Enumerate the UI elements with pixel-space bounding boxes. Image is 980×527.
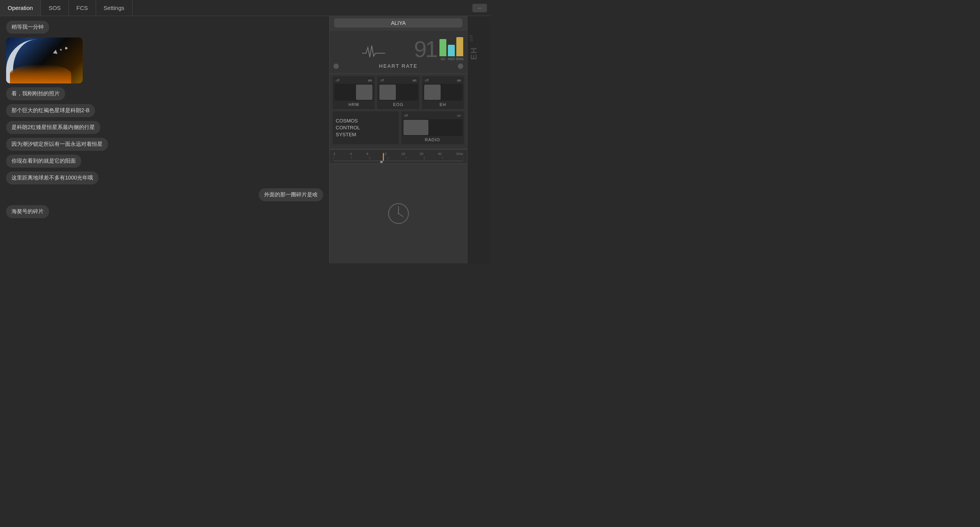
hr-indicator-right	[458, 64, 463, 69]
message-6: 因为潮汐锁定所以有一面永远对着恒星	[6, 138, 108, 151]
message-9: 外面的那一圈碎片是啥	[259, 188, 323, 201]
radio-slider[interactable]	[403, 119, 463, 136]
right-panel: ALIYA 91	[329, 16, 467, 263]
chat-area[interactable]: 稍等我一分钟 看，我刚刚拍的照片 那个巨大的红褐色星球是科朗2-B 是科朗2红矮…	[0, 16, 329, 263]
cosmos-row: COSMOS CONTROL SYSTEM off on RADIO	[333, 111, 464, 144]
eog-label: EOG	[393, 102, 403, 107]
cosmos-title: COSMOS	[336, 117, 396, 124]
aliya-header: ALIYA	[330, 16, 467, 30]
top-navigation: Operation SOS FCS Settings ···	[0, 0, 490, 16]
ecg-display	[333, 42, 414, 61]
heart-rate-label: HEART RATE	[342, 63, 455, 69]
message-4: 那个巨大的红褐色星球是科朗2-B	[6, 104, 95, 117]
toggle-eh[interactable]: off on EH	[422, 76, 464, 109]
far-right-strip: off EH	[467, 16, 490, 263]
cosmos-subtitle2: SYSTEM	[336, 131, 396, 138]
h2o-label: H2O	[448, 57, 455, 61]
toggle-row-1: off on HRM off on	[333, 76, 464, 109]
message-7: 你现在看到的就是它的阳面	[6, 155, 81, 168]
tab-settings[interactable]: Settings	[96, 0, 132, 16]
eh-label: EH	[439, 102, 446, 107]
hr-indicator-left	[333, 64, 339, 69]
heart-rate-row: HEART RATE	[333, 63, 463, 69]
vitals-section: 91 O2	[330, 30, 467, 74]
frequency-needle[interactable]	[383, 153, 384, 161]
heart-rate-number: 91	[414, 38, 436, 61]
frequency-needle-base	[380, 161, 383, 163]
eng-label: ENG	[456, 57, 463, 61]
clock-section	[330, 163, 467, 263]
vitals-bars	[439, 33, 463, 56]
hrm-label: HRM	[348, 102, 359, 107]
radio-label: RADIO	[425, 137, 440, 142]
o2-label: O2	[439, 57, 446, 61]
svg-line-10	[399, 214, 403, 217]
eog-slider[interactable]	[379, 84, 418, 101]
eh-strip-label: EH	[469, 47, 488, 60]
clock-icon	[387, 202, 410, 225]
chat-image	[6, 38, 83, 83]
message-8: 这里距离地球差不多有1000光年哦	[6, 171, 98, 184]
main-content: 稍等我一分钟 看，我刚刚拍的照片 那个巨大的红褐色星球是科朗2-B 是科朗2红矮…	[0, 16, 490, 263]
tab-fcs[interactable]: FCS	[69, 0, 96, 16]
vitals-display: 91 O2	[333, 33, 463, 61]
radio-toggle-box[interactable]: off on RADIO	[401, 111, 464, 144]
svg-point-11	[398, 213, 399, 214]
freq-ruler[interactable]	[333, 157, 463, 161]
message-3: 看，我刚刚拍的照片	[6, 87, 65, 100]
message-10: 海獒号的碎片	[6, 205, 49, 218]
more-button[interactable]: ···	[472, 4, 487, 12]
hrm-slider[interactable]	[334, 84, 373, 101]
o2-bar	[439, 39, 446, 56]
cosmos-control-box: COSMOS CONTROL SYSTEM	[333, 111, 399, 144]
h2o-bar	[448, 45, 455, 56]
toggle-eog[interactable]: off on EOG	[377, 76, 419, 109]
cosmos-subtitle1: CONTROL	[336, 124, 396, 131]
tab-sos[interactable]: SOS	[41, 0, 69, 16]
toggle-hrm[interactable]: off on HRM	[333, 76, 375, 109]
off-label: off	[469, 34, 488, 41]
frequency-section: 2 4 8 12 18 26 40 GHz	[330, 149, 467, 163]
message-1: 稍等我一分钟	[6, 21, 49, 34]
toggle-section: off on HRM off on	[330, 74, 467, 149]
eng-bar	[456, 37, 463, 56]
aliya-label: ALIYA	[334, 18, 462, 28]
tab-operation[interactable]: Operation	[0, 0, 41, 16]
eh-slider[interactable]	[423, 84, 462, 101]
message-5: 是科朗2红矮星恒星系最内侧的行星	[6, 121, 100, 134]
freq-labels: 2 4 8 12 18 26 40 GHz	[333, 152, 463, 156]
